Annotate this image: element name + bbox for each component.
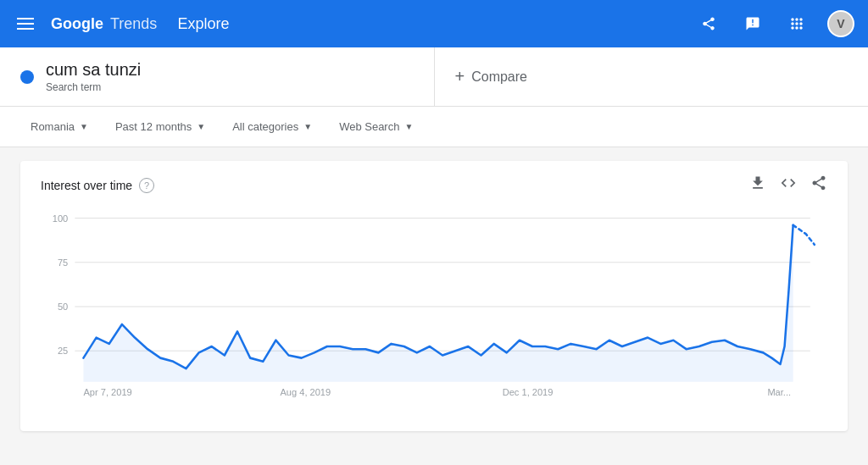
main-content: Interest over time ? (0, 147, 868, 445)
feedback-button[interactable] (739, 10, 766, 37)
search-type-filter[interactable]: Web Search ▼ (329, 115, 423, 138)
page-label: Explore (177, 15, 229, 33)
search-term-text[interactable]: cum sa tunzi (46, 60, 141, 80)
svg-text:Mar...: Mar... (767, 386, 791, 396)
chart-area: 100 75 50 25 Apr 7, 2019 Aug 4, 2019 Dec… (41, 209, 827, 404)
share-button[interactable] (695, 10, 722, 37)
search-row: cum sa tunzi Search term + Compare (0, 47, 868, 107)
user-avatar[interactable]: V (827, 10, 854, 37)
svg-text:Aug 4, 2019: Aug 4, 2019 (280, 386, 331, 396)
download-button[interactable] (749, 174, 766, 196)
svg-text:75: 75 (58, 257, 68, 268)
search-term-box: cum sa tunzi Search term (0, 47, 435, 106)
google-trends-logo: Google Trends (51, 15, 157, 33)
category-label: All categories (232, 120, 298, 133)
svg-text:50: 50 (58, 302, 68, 312)
google-text: Google Trends (51, 15, 157, 33)
svg-text:25: 25 (58, 346, 68, 356)
country-label: Romania (31, 120, 75, 133)
compare-button[interactable]: + Compare (455, 67, 528, 86)
menu-button[interactable] (14, 14, 37, 33)
compare-plus-icon: + (455, 67, 465, 86)
search-type-arrow-icon: ▼ (404, 122, 413, 131)
filter-row: Romania ▼ Past 12 months ▼ All categorie… (0, 107, 868, 147)
search-type-label: Web Search (339, 120, 399, 133)
compare-label: Compare (471, 69, 527, 85)
time-range-label: Past 12 months (115, 120, 192, 133)
help-icon[interactable]: ? (139, 178, 154, 193)
chart-title-row: Interest over time ? (41, 178, 154, 193)
share-chart-button[interactable] (810, 174, 827, 196)
header: Google Trends Explore V (0, 0, 868, 47)
time-range-filter[interactable]: Past 12 months ▼ (105, 115, 215, 138)
embed-button[interactable] (780, 174, 797, 196)
search-dot (20, 70, 34, 84)
chart-header: Interest over time ? (41, 174, 827, 196)
apps-button[interactable] (783, 10, 810, 37)
country-filter[interactable]: Romania ▼ (20, 115, 98, 138)
category-filter[interactable]: All categories ▼ (222, 115, 322, 138)
time-range-arrow-icon: ▼ (197, 122, 205, 131)
header-actions: V (695, 10, 854, 37)
country-arrow-icon: ▼ (80, 122, 88, 131)
search-term-info: cum sa tunzi Search term (46, 60, 141, 93)
category-arrow-icon: ▼ (303, 122, 312, 131)
chart-section: Interest over time ? (20, 161, 848, 431)
search-term-type: Search term (46, 81, 141, 93)
compare-box[interactable]: + Compare (435, 47, 869, 106)
svg-marker-12 (83, 225, 793, 382)
chart-title: Interest over time (41, 179, 132, 192)
interest-chart: 100 75 50 25 Apr 7, 2019 Aug 4, 2019 Dec… (41, 209, 827, 404)
svg-text:100: 100 (53, 213, 68, 223)
svg-text:Apr 7, 2019: Apr 7, 2019 (83, 386, 131, 396)
svg-text:Dec 1, 2019: Dec 1, 2019 (503, 386, 554, 396)
chart-actions (749, 174, 827, 196)
